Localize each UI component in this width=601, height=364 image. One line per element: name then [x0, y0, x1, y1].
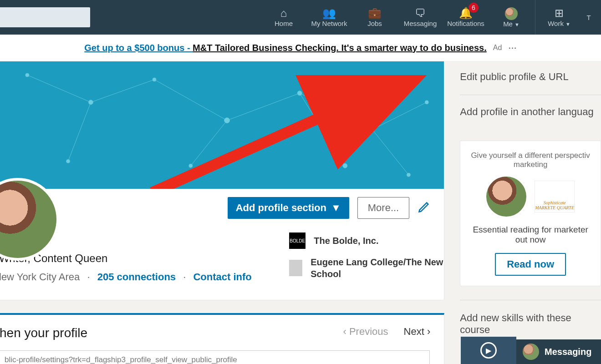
- chevron-down-icon: ▼: [514, 22, 520, 27]
- nav-label: Messaging: [404, 20, 437, 27]
- top-nav: ⌂ Home 👥 My Network 💼 Jobs 🗨 Messaging 🔔…: [0, 0, 601, 35]
- nav-network[interactable]: 👥 My Network: [306, 0, 352, 35]
- nav-work[interactable]: ⊞ Work▼: [536, 0, 582, 35]
- nav-extra[interactable]: T: [582, 0, 596, 35]
- nav-label: My Network: [311, 20, 347, 27]
- annotation-arrow: [150, 75, 444, 189]
- profile-location: lew York City Area: [0, 271, 80, 283]
- search-input[interactable]: [0, 7, 90, 27]
- ad-tag: Ad: [493, 44, 502, 52]
- ad-link[interactable]: Get up to a $500 bonus -: [84, 43, 193, 53]
- svg-point-10: [25, 73, 29, 77]
- promo-logo: Sophisticate MARKETE QUARTE: [535, 181, 575, 212]
- read-now-button[interactable]: Read now: [495, 253, 566, 276]
- nav-notifications[interactable]: 🔔 6 Notifications: [443, 0, 489, 35]
- nav-jobs[interactable]: 💼 Jobs: [352, 0, 397, 35]
- avatar-icon: [505, 7, 518, 20]
- svg-line-1: [91, 80, 154, 102]
- more-button[interactable]: More...: [357, 197, 409, 219]
- ad-menu-icon[interactable]: ···: [508, 42, 516, 54]
- nav-messaging[interactable]: 🗨 Messaging: [397, 0, 443, 35]
- ad-text[interactable]: M&T Tailored Business Checking. It's a s…: [193, 43, 487, 53]
- messaging-dock[interactable]: Messaging: [516, 339, 601, 364]
- chat-icon: 🗨: [415, 8, 426, 19]
- prev-button[interactable]: ‹ Previous: [343, 326, 388, 338]
- chevron-down-icon: ▼: [331, 202, 341, 214]
- promo-card: Give yourself a different perspectiv mar…: [460, 141, 601, 286]
- skills-heading: Add new skills with these course: [460, 300, 601, 336]
- school-item[interactable]: Eugene Lang College/The New School: [289, 256, 444, 280]
- notif-badge: 6: [469, 3, 479, 13]
- company-item[interactable]: BOLDE The Bolde, Inc.: [289, 233, 444, 249]
- nav-home[interactable]: ⌂ Home: [261, 0, 306, 35]
- nav-label: Notifications: [447, 20, 484, 27]
- grid-icon: ⊞: [555, 8, 564, 19]
- promo-avatar: [486, 177, 526, 217]
- ad-bar: Get up to a $500 bonus - M&T Tailored Bu…: [0, 35, 601, 61]
- contact-info-link[interactable]: Contact info: [193, 271, 251, 283]
- people-icon: 👥: [322, 8, 336, 19]
- profile-card: Add profile section ▼ More... er Still W…: [0, 61, 444, 300]
- avatar-icon: [523, 344, 539, 360]
- cover-image: [0, 61, 444, 189]
- chevron-down-icon: ▼: [565, 21, 570, 27]
- video-thumbnail[interactable]: ▶: [461, 337, 516, 364]
- profile-headline: Writer, Content Queen: [0, 252, 289, 265]
- svg-line-22: [150, 80, 405, 189]
- dock-label: Messaging: [545, 347, 591, 357]
- school-logo: [289, 260, 302, 276]
- svg-line-6: [68, 102, 91, 162]
- home-icon: ⌂: [280, 8, 287, 19]
- strengthen-card: hen your profile ‹ Previous Next ›: [0, 313, 444, 364]
- nav-label: Me: [503, 20, 513, 28]
- promo-subtitle: Essential reading for marketer out now: [468, 225, 593, 245]
- url-input[interactable]: [0, 350, 430, 364]
- promo-message: Give yourself a different perspectiv mar…: [468, 151, 593, 169]
- svg-line-0: [27, 75, 91, 102]
- nav-separator: [535, 0, 535, 35]
- company-logo: BOLDE: [289, 233, 306, 249]
- edit-public-profile-link[interactable]: Edit public profile & URL: [460, 70, 601, 95]
- svg-point-17: [66, 159, 70, 163]
- svg-point-11: [88, 100, 93, 105]
- nav-me[interactable]: Me▼: [489, 0, 534, 35]
- add-language-link[interactable]: Add profile in another languag: [460, 105, 601, 130]
- add-section-button[interactable]: Add profile section ▼: [228, 197, 349, 219]
- nav-label: Jobs: [367, 20, 382, 27]
- briefcase-icon: 💼: [368, 8, 382, 19]
- play-icon: ▶: [480, 342, 497, 359]
- next-button[interactable]: Next ›: [404, 326, 431, 338]
- nav-label: Work: [548, 20, 564, 27]
- pencil-icon[interactable]: [418, 201, 430, 215]
- connections-link[interactable]: 205 connections: [97, 271, 176, 283]
- nav-label: Home: [275, 20, 293, 27]
